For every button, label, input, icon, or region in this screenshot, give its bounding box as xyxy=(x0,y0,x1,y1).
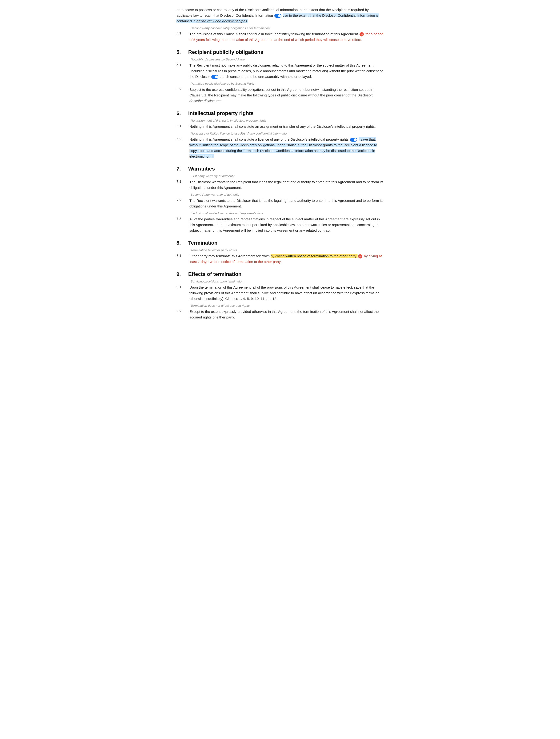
clause-label-9-1: Surviving provisions upon termination xyxy=(190,280,384,283)
clause-label-5-2: Permitted public disclosures by Second P… xyxy=(190,82,384,86)
clause-num-4-7: 4.7 xyxy=(176,31,189,35)
clause-text-6-2: Nothing in this Agreement shall constitu… xyxy=(189,137,384,159)
clause-text-7-3: All of the parties' warranties and repre… xyxy=(189,216,384,233)
section-header-5: 5. Recipient publicity obligations xyxy=(176,49,384,55)
clause-row-8-1: 8.1 Either party may terminate this Agre… xyxy=(176,253,384,265)
clause-row-4-7: 4.7 The provisions of this Clause 4 shal… xyxy=(176,31,384,42)
yellow-highlight-8-1: by giving written notice of termination … xyxy=(271,254,358,258)
clause-label-8-1: Termination by either party at will xyxy=(190,248,384,252)
clause-row-5-1: 5.1 The Recipient must not make any publ… xyxy=(176,62,384,80)
toggle-intro[interactable] xyxy=(274,14,281,18)
clause-row-5-2: 5.2 Subject to the express confidentiali… xyxy=(176,87,384,104)
or-badge-8-1: or xyxy=(358,254,362,259)
clause-row-7-1: 7.1 The Disclosor warrants to the Recipi… xyxy=(176,179,384,190)
clause-label-7-3: Exclusion of implied warranties and repr… xyxy=(190,211,384,215)
clause-label-6-2: No licence or limited licence to use Fir… xyxy=(190,132,384,135)
clause-label-7-2: Second Party warranty of authority xyxy=(190,193,384,196)
clause-row-9-1: 9.1 Upon the termination of this Agreeme… xyxy=(176,285,384,302)
clause-num-7-1: 7.1 xyxy=(176,179,189,183)
clause-text-7-1: The Disclosor warrants to the Recipient … xyxy=(189,179,384,190)
toggle-5-1[interactable] xyxy=(211,75,218,79)
clause-label-9-2: Termination does not affect accrued righ… xyxy=(190,304,384,307)
clause-text-8-1: Either party may terminate this Agreemen… xyxy=(189,253,384,265)
clause-text-4-7: The provisions of this Clause 4 shall co… xyxy=(189,31,384,42)
clause-row-6-1: 6.1 Nothing in this Agreement shall cons… xyxy=(176,124,384,129)
clause-num-7-2: 7.2 xyxy=(176,198,189,202)
clause-text-5-1: The Recipient must not make any public d… xyxy=(189,62,384,80)
clause-label-5-1: No public disclosures by Second Party xyxy=(190,57,384,61)
clause-num-5-2: 5.2 xyxy=(176,87,189,91)
clause-label-4-7: Second Party confidentiality obligations… xyxy=(190,26,384,30)
clause-row-6-2: 6.2 Nothing in this Agreement shall cons… xyxy=(176,137,384,159)
clause-num-6-2: 6.2 xyxy=(176,137,189,141)
section-header-8: 8. Termination xyxy=(176,240,384,246)
clause-row-7-2: 7.2 The Recipient warrants to the Disclo… xyxy=(176,198,384,209)
clause-label-6-1: No assignment of first party intellectua… xyxy=(190,119,384,122)
clause-text-9-2: Except to the extent expressly provided … xyxy=(189,309,384,320)
section-header-6: 6. Intellectual property rights xyxy=(176,110,384,116)
clause-text-5-2: Subject to the express confidentiality o… xyxy=(189,87,384,104)
clause-row-7-3: 7.3 All of the parties' warranties and r… xyxy=(176,216,384,233)
clause-num-6-1: 6.1 xyxy=(176,124,189,128)
section-header-9: 9. Effects of termination xyxy=(176,271,384,277)
clause-text-7-2: The Recipient warrants to the Disclosor … xyxy=(189,198,384,209)
clause-label-7-1: First party warranty of authority xyxy=(190,174,384,178)
clause-num-9-1: 9.1 xyxy=(176,285,189,289)
or-badge-4-7: or xyxy=(360,32,364,36)
clause-num-7-3: 7.3 xyxy=(176,216,189,220)
intro-paragraph: or to cease to possess or control any of… xyxy=(176,7,384,24)
clause-num-9-2: 9.2 xyxy=(176,309,189,313)
clause-num-8-1: 8.1 xyxy=(176,253,189,258)
clause-num-5-1: 5.1 xyxy=(176,62,189,67)
section-header-7: 7. Warranties xyxy=(176,166,384,172)
clause-text-6-1: Nothing in this Agreement shall constitu… xyxy=(189,124,384,129)
clause-text-9-1: Upon the termination of this Agreement, … xyxy=(189,285,384,302)
toggle-6-2[interactable] xyxy=(350,138,357,142)
clause-row-9-2: 9.2 Except to the extent expressly provi… xyxy=(176,309,384,320)
